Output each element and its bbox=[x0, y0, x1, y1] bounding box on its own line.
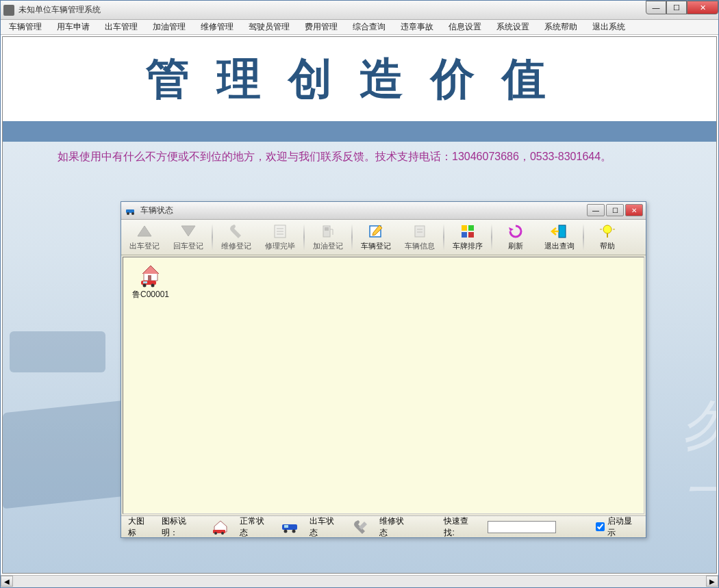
vehicle-list[interactable]: 鲁C00001 bbox=[123, 257, 644, 514]
svg-rect-10 bbox=[415, 226, 425, 237]
menu-exit[interactable]: 退出系统 bbox=[588, 20, 629, 34]
menu-use-apply[interactable]: 用车申请 bbox=[53, 20, 94, 34]
depart-register-button: 出车登记 bbox=[123, 221, 166, 253]
svg-rect-14 bbox=[468, 225, 474, 231]
quick-search-label: 快速查找: bbox=[444, 515, 478, 539]
menu-repair-manage[interactable]: 维修管理 bbox=[197, 20, 238, 34]
menu-help[interactable]: 系统帮助 bbox=[540, 20, 581, 34]
menu-expense-manage[interactable]: 费用管理 bbox=[301, 20, 342, 34]
svg-point-31 bbox=[284, 529, 288, 533]
repair-done-button: 修理完毕 bbox=[258, 221, 302, 253]
child-minimize-button[interactable]: — bbox=[587, 204, 605, 216]
vehicle-info-button: 车辆信息 bbox=[398, 221, 442, 253]
car-icon bbox=[125, 207, 136, 215]
svg-point-28 bbox=[214, 532, 217, 535]
window-controls: — ☐ ✕ bbox=[646, 1, 718, 14]
app-icon bbox=[3, 5, 14, 16]
repair-status-label: 维修状态 bbox=[379, 515, 411, 539]
menu-vehicle-manage[interactable]: 车辆管理 bbox=[5, 20, 46, 34]
menu-bar: 车辆管理 用车申请 出车管理 加油管理 维修管理 驾驶员管理 费用管理 综合查询… bbox=[1, 20, 718, 35]
out-status-icon bbox=[281, 520, 300, 535]
banner: 管理创造价值 bbox=[3, 37, 716, 142]
child-close-button[interactable]: ✕ bbox=[625, 204, 643, 216]
toolbar: 出车登记 回车登记 维修登记 修理完毕 加油登记 bbox=[121, 220, 646, 255]
out-status-label: 出车状态 bbox=[310, 515, 341, 539]
toolbar-separator bbox=[212, 224, 213, 251]
child-window-title: 车辆状态 bbox=[140, 205, 173, 216]
menu-driver-manage[interactable]: 驾驶员管理 bbox=[244, 20, 294, 34]
svg-point-24 bbox=[143, 284, 147, 287]
vehicle-status-window: 车辆状态 — ☐ ✕ 出车登记 回车登记 bbox=[121, 201, 646, 538]
auto-show-checkbox[interactable]: 启动显示 bbox=[596, 515, 639, 539]
svg-rect-17 bbox=[559, 225, 566, 238]
menu-info-settings[interactable]: 信息设置 bbox=[444, 20, 485, 34]
toolbar-separator bbox=[583, 224, 584, 251]
auto-show-check[interactable] bbox=[596, 522, 605, 531]
svg-point-2 bbox=[131, 212, 134, 215]
child-titlebar: 车辆状态 — ☐ ✕ bbox=[121, 202, 646, 220]
scroll-right-button[interactable]: ▶ bbox=[706, 576, 718, 587]
big-icon-label[interactable]: 大图标 bbox=[128, 515, 152, 539]
outer-titlebar: 未知单位车辆管理系统 — ☐ ✕ bbox=[1, 1, 718, 20]
toolbar-separator bbox=[303, 224, 305, 251]
clipboard-icon bbox=[271, 223, 289, 240]
refresh-button[interactable]: 刷新 bbox=[494, 221, 538, 253]
repair-register-button: 维修登记 bbox=[214, 221, 258, 253]
main-window: 未知单位车辆管理系统 — ☐ ✕ 车辆管理 用车申请 出车管理 加油管理 维修管… bbox=[0, 0, 719, 588]
notice-text: 如果使用中有什么不方便或不到位的地方，欢迎与我们联系反馈。技术支持电话：1304… bbox=[3, 142, 716, 172]
quick-search-input[interactable] bbox=[488, 521, 556, 533]
maximize-button[interactable]: ☐ bbox=[666, 1, 687, 14]
house-car-icon bbox=[138, 263, 163, 287]
plate-sort-button[interactable]: 车牌排序 bbox=[446, 221, 490, 253]
svg-rect-13 bbox=[462, 225, 467, 231]
svg-rect-22 bbox=[148, 275, 151, 281]
svg-point-29 bbox=[221, 532, 224, 535]
horizontal-scrollbar[interactable]: ◀ ▶ bbox=[1, 575, 718, 587]
svg-rect-15 bbox=[462, 232, 467, 238]
normal-status-icon bbox=[211, 520, 230, 535]
help-button[interactable]: 帮助 bbox=[585, 221, 629, 253]
normal-status-label: 正常状态 bbox=[240, 515, 271, 539]
svg-point-1 bbox=[127, 212, 129, 215]
menu-violation[interactable]: 违章事故 bbox=[396, 20, 438, 34]
return-register-button: 回车登记 bbox=[166, 221, 210, 253]
return-icon bbox=[179, 223, 197, 240]
close-button[interactable]: ✕ bbox=[687, 1, 718, 14]
minimize-button[interactable]: — bbox=[646, 1, 666, 14]
bg-decoration bbox=[10, 331, 105, 372]
refresh-icon bbox=[507, 223, 525, 240]
menu-query[interactable]: 综合查询 bbox=[349, 20, 390, 34]
svg-rect-8 bbox=[325, 227, 329, 231]
child-maximize-button[interactable]: ☐ bbox=[606, 204, 624, 216]
menu-fuel-manage[interactable]: 加油管理 bbox=[149, 20, 190, 34]
svg-point-25 bbox=[151, 284, 155, 287]
toolbar-separator bbox=[351, 224, 353, 251]
child-window-controls: — ☐ ✕ bbox=[587, 204, 643, 216]
fuel-register-button: 加油登记 bbox=[306, 221, 350, 253]
svg-point-18 bbox=[603, 225, 611, 233]
menu-sys-settings[interactable]: 系统设置 bbox=[492, 20, 533, 34]
main-content: 管理创造价值 如果使用中有什么不方便或不到位的地方，欢迎与我们联系反馈。技术支持… bbox=[2, 36, 717, 574]
legend-label: 图标说明： bbox=[162, 515, 201, 539]
vehicle-register-button[interactable]: 车辆登记 bbox=[354, 221, 398, 253]
scroll-left-button[interactable]: ◀ bbox=[1, 576, 13, 587]
window-title: 未知单位车辆管理系统 bbox=[18, 4, 101, 16]
depart-icon bbox=[136, 223, 153, 240]
sort-icon bbox=[459, 223, 477, 240]
exit-icon bbox=[551, 223, 568, 240]
toolbar-separator bbox=[443, 224, 444, 251]
vehicle-item[interactable]: 鲁C00001 bbox=[129, 263, 173, 301]
banner-text: 管理创造价值 bbox=[3, 49, 716, 109]
toolbar-separator bbox=[491, 224, 492, 251]
status-bar: 大图标 图标说明： 正常状态 出车状态 维修状态 快速查找: bbox=[121, 515, 646, 537]
svg-rect-16 bbox=[468, 232, 474, 238]
wrench-icon bbox=[227, 223, 245, 240]
menu-depart-manage[interactable]: 出车管理 bbox=[101, 20, 142, 34]
vehicle-plate: 鲁C00001 bbox=[132, 289, 169, 301]
bg-calligraphy: 勿一 bbox=[682, 393, 717, 524]
help-icon bbox=[598, 223, 616, 240]
svg-rect-33 bbox=[284, 525, 288, 528]
exit-query-button[interactable]: 退出查询 bbox=[538, 221, 581, 253]
info-icon bbox=[411, 223, 429, 240]
notebook-icon bbox=[367, 223, 385, 240]
